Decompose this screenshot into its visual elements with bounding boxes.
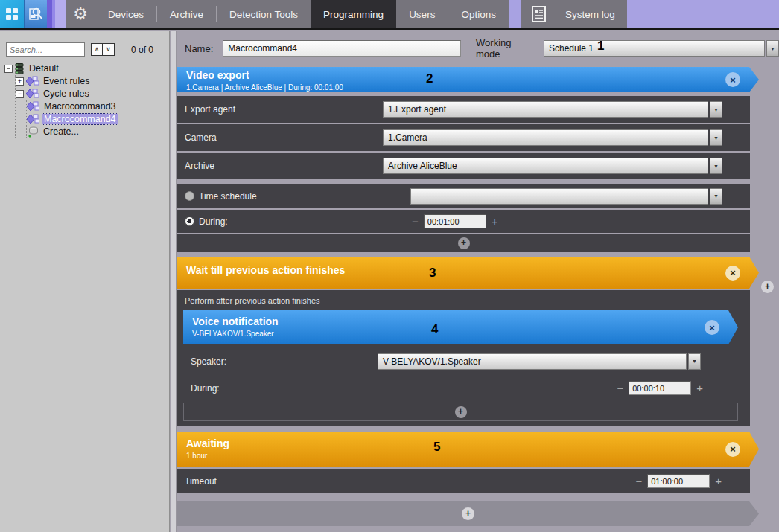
export-agent-row: Export agent 1.Export agent ▼ — [177, 96, 750, 123]
during-label: During: — [199, 217, 228, 227]
search-next-button[interactable]: ∨ — [103, 43, 115, 56]
system-log-button[interactable]: System log — [521, 0, 627, 28]
name-label: Name: — [185, 43, 213, 54]
video-export-group: Video export 1.Camera | Archive AliceBlu… — [177, 67, 750, 252]
archive-row: Archive Archive AliceBlue ▼ — [177, 153, 750, 179]
tree-label[interactable]: Default — [28, 63, 60, 74]
tree-label[interactable]: Create... — [42, 126, 80, 137]
tree-item-event-rules[interactable]: + Event rules — [16, 75, 169, 87]
working-mode-label: Working mode — [476, 37, 538, 60]
tree-item-create[interactable]: Create... — [27, 126, 169, 138]
wait-header[interactable]: Wait till previous action finishes × — [177, 257, 759, 289]
tree-label[interactable]: Macrocommand3 — [42, 101, 118, 112]
search-panel-button[interactable] — [24, 0, 47, 28]
collapse-expander-icon[interactable]: − — [16, 90, 24, 98]
add-branch-button[interactable]: + — [761, 281, 774, 293]
during-row: During: − + — [177, 210, 750, 233]
speaker-label: Speaker: — [191, 356, 226, 367]
tab-users[interactable]: Users — [396, 0, 448, 28]
add-icon[interactable]: + — [455, 406, 467, 418]
timeout-label: Timeout — [185, 476, 217, 487]
magnifier-document-icon — [28, 6, 43, 22]
search-input[interactable] — [6, 42, 85, 57]
video-export-subtitle: 1.Camera | Archive AliceBlue | During: 0… — [186, 83, 759, 92]
plus-icon[interactable]: + — [696, 382, 703, 394]
rules-tree: − Default + — [0, 63, 169, 138]
working-mode-value[interactable]: Schedule 1 — [544, 40, 765, 57]
collapse-expander-icon[interactable]: − — [4, 65, 13, 73]
speaker-dropdown[interactable]: V-BELYAKOV/1.Speaker ▼ — [378, 353, 701, 370]
during-radio[interactable] — [185, 217, 194, 226]
expand-expander-icon[interactable]: + — [16, 77, 24, 86]
server-icon — [15, 63, 25, 74]
chevron-down-icon[interactable]: ▼ — [710, 101, 722, 118]
time-schedule-dropdown[interactable]: ▼ — [410, 188, 722, 205]
add-action-bar[interactable]: + — [177, 501, 759, 526]
plus-icon[interactable]: + — [492, 216, 498, 227]
working-mode-dropdown[interactable]: Schedule 1 ▼ — [544, 40, 779, 57]
layout-grid-button[interactable] — [0, 0, 24, 28]
chevron-down-icon[interactable]: ▼ — [766, 40, 779, 57]
during-time-input[interactable] — [424, 214, 486, 228]
archive-value[interactable]: Archive AliceBlue — [383, 158, 708, 174]
macro-command-icon — [27, 101, 39, 112]
tab-devices[interactable]: Devices — [95, 0, 156, 28]
close-icon[interactable]: × — [725, 266, 740, 281]
settings-gear-icon[interactable]: ⚙ — [66, 0, 95, 28]
awaiting-title: Awaiting — [186, 438, 759, 449]
voice-notification-group: Voice notification V-BELYAKOV/1.Speaker … — [183, 310, 738, 421]
chevron-down-icon[interactable]: ▼ — [710, 129, 722, 146]
close-icon[interactable]: × — [725, 72, 740, 87]
tree-item-macrocommand3[interactable]: Macrocommand3 — [27, 100, 169, 112]
archive-label: Archive — [185, 161, 214, 171]
chevron-down-icon[interactable]: ▼ — [710, 158, 722, 174]
video-export-header[interactable]: Video export 1.Camera | Archive AliceBlu… — [177, 67, 759, 92]
time-schedule-radio[interactable] — [185, 191, 194, 201]
archive-dropdown[interactable]: Archive AliceBlue ▼ — [383, 158, 722, 174]
tree-item-macrocommand4[interactable]: Macrocommand4 — [27, 113, 169, 125]
add-icon[interactable]: + — [458, 237, 470, 249]
macro-name-input[interactable] — [223, 40, 461, 57]
voice-header[interactable]: Voice notification V-BELYAKOV/1.Speaker … — [183, 310, 738, 344]
add-icon[interactable]: + — [462, 507, 474, 520]
macro-editor: Name: Working mode Schedule 1 ▼ Video ex… — [177, 31, 779, 532]
macro-rule-icon — [26, 89, 39, 99]
camera-row: Camera 1.Camera ▼ — [177, 124, 750, 151]
export-agent-dropdown[interactable]: 1.Export agent ▼ — [383, 101, 722, 118]
tree-item-cycle-rules[interactable]: − Cycle rules — [16, 88, 169, 100]
tree-label[interactable]: Event rules — [42, 76, 92, 86]
camera-dropdown[interactable]: 1.Camera ▼ — [383, 129, 722, 146]
tree-item-default[interactable]: − Default — [4, 63, 169, 74]
minus-icon[interactable]: − — [412, 216, 419, 227]
tab-detection-tools[interactable]: Detection Tools — [217, 0, 311, 28]
during-stepper: − + — [412, 214, 498, 228]
export-agent-value[interactable]: 1.Export agent — [383, 101, 708, 118]
timeout-row: Timeout − + — [177, 469, 750, 493]
close-icon[interactable]: × — [725, 442, 740, 457]
timeout-input[interactable] — [647, 474, 710, 488]
macro-header-row: Name: Working mode Schedule 1 ▼ — [177, 36, 779, 61]
close-icon[interactable]: × — [705, 320, 719, 335]
main-tab-strip: ⚙ Devices Archive Detection Tools Progra… — [66, 0, 509, 28]
sidebar-splitter[interactable] — [171, 31, 177, 532]
search-prev-button[interactable]: ∧ — [91, 43, 103, 56]
awaiting-header[interactable]: Awaiting 1 hour × — [177, 432, 759, 467]
search-result-count: 0 of 0 — [131, 45, 153, 55]
plus-icon[interactable]: + — [715, 475, 722, 487]
tree-label-selected[interactable]: Macrocommand4 — [42, 114, 118, 124]
tab-programming[interactable]: Programming — [311, 0, 396, 28]
time-schedule-value[interactable] — [410, 188, 708, 205]
camera-value[interactable]: 1.Camera — [383, 129, 708, 146]
minus-icon[interactable]: − — [635, 475, 642, 487]
chevron-down-icon[interactable]: ▼ — [688, 353, 701, 370]
voice-during-input[interactable] — [629, 381, 691, 395]
top-toolbar: ⚙ Devices Archive Detection Tools Progra… — [0, 0, 779, 30]
awaiting-subtitle: 1 hour — [186, 452, 759, 460]
tree-label[interactable]: Cycle rules — [42, 89, 91, 99]
wait-note: Perform after previous action finishes — [177, 290, 750, 310]
tab-archive[interactable]: Archive — [157, 0, 216, 28]
chevron-down-icon[interactable]: ▼ — [710, 188, 722, 205]
minus-icon[interactable]: − — [617, 382, 623, 394]
speaker-value[interactable]: V-BELYAKOV/1.Speaker — [378, 353, 687, 370]
tab-options[interactable]: Options — [448, 0, 509, 28]
